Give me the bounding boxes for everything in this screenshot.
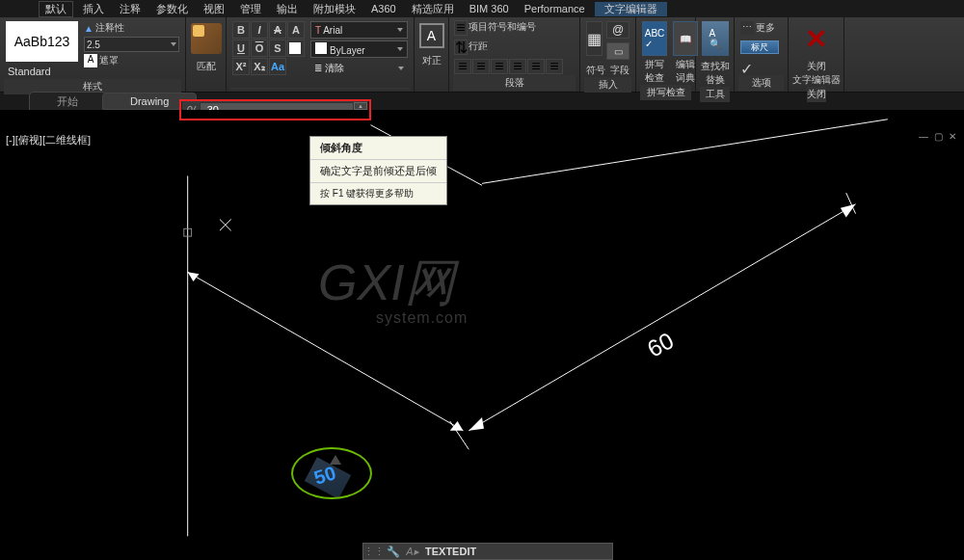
tooltip-title: 倾斜角度 bbox=[310, 137, 446, 160]
panel-paragraph-title: 段落 bbox=[453, 75, 576, 91]
command-line[interactable]: ⋮⋮ 🔧 A▸ TEXTEDIT bbox=[362, 543, 613, 560]
mask-label[interactable]: 遮罩 bbox=[99, 54, 119, 67]
underline-button[interactable]: U bbox=[232, 40, 250, 57]
svg-marker-3 bbox=[450, 421, 464, 431]
italic-button[interactable]: I bbox=[251, 21, 268, 39]
dictionary-button[interactable]: 📖 bbox=[673, 21, 698, 56]
panel-tools-title: 工具 bbox=[700, 87, 730, 102]
svg-line-5 bbox=[469, 204, 855, 431]
menu-output[interactable]: 输出 bbox=[271, 2, 304, 16]
svg-line-10 bbox=[482, 120, 888, 184]
tooltip-help: 按 F1 键获得更多帮助 bbox=[310, 182, 446, 204]
annotative-label: 注释性 bbox=[95, 21, 124, 35]
panel-options-title: 选项 bbox=[738, 75, 784, 91]
align-right-icon[interactable]: ≡ bbox=[491, 59, 508, 74]
menu-performance[interactable]: Performance bbox=[519, 3, 591, 14]
dictionary-label: 编辑 词典 bbox=[676, 58, 695, 85]
align-left-icon[interactable]: ≡ bbox=[454, 59, 471, 74]
find-label: 查找和 替换 bbox=[701, 60, 730, 87]
panel-paragraph: ≡ 项目符号和编号 ⇅ 行距 ≡ ≡ ≡ ≡ ≡ ≡ 段落 bbox=[449, 17, 580, 92]
command-text: TEXTEDIT bbox=[425, 546, 476, 557]
clear-label: 清除 bbox=[325, 63, 344, 73]
linespacing-label[interactable]: 行距 bbox=[469, 40, 488, 55]
menu-featured[interactable]: 精选应用 bbox=[406, 2, 460, 16]
panel-insert: ▦ @ ▭ 符号 字段 插入 bbox=[580, 17, 636, 92]
svg-line-1 bbox=[188, 272, 464, 430]
menubar: 默认 插入 注释 参数化 视图 管理 输出 附加模块 A360 精选应用 BIM… bbox=[0, 0, 964, 17]
superscript-button[interactable]: X² bbox=[232, 58, 250, 75]
viewport[interactable]: [-][俯视][二维线框] — ▢ ✕ GXI网 system.com bbox=[0, 110, 964, 550]
cmd-wrench-icon[interactable]: 🔧 bbox=[387, 545, 400, 558]
font-name: Arial bbox=[323, 25, 342, 36]
menu-a360[interactable]: A360 bbox=[365, 3, 402, 14]
panel-format-title bbox=[230, 88, 410, 90]
svg-marker-7 bbox=[841, 204, 856, 218]
spellcheck-button[interactable]: ABC✓ bbox=[642, 21, 667, 56]
color-name: ByLayer bbox=[330, 45, 365, 56]
ruler-button[interactable]: 标尺 bbox=[740, 40, 779, 54]
column-button[interactable]: ▦ bbox=[586, 21, 602, 56]
symbol-button[interactable]: @ bbox=[606, 21, 629, 39]
field-label: 字段 bbox=[610, 64, 629, 77]
align-dist-icon[interactable]: ≡ bbox=[527, 59, 545, 74]
panel-style: AaBb123 Standard ▲ 注释性 2.5 A 遮罩 样式 bbox=[0, 17, 186, 92]
match-format-icon[interactable] bbox=[191, 23, 222, 54]
tooltip: 倾斜角度 确定文字是前倾还是后倾 按 F1 键获得更多帮助 bbox=[309, 136, 447, 205]
style-name[interactable]: Standard bbox=[4, 64, 80, 79]
cmd-grip-icon[interactable]: ⋮⋮ bbox=[367, 545, 381, 558]
menu-manage[interactable]: 管理 bbox=[234, 2, 267, 16]
svg-marker-6 bbox=[469, 417, 484, 431]
menu-parametric[interactable]: 参数化 bbox=[150, 2, 194, 16]
menu-insert[interactable]: 插入 bbox=[77, 2, 110, 16]
more-label[interactable]: 更多 bbox=[756, 21, 775, 35]
changecase-button[interactable]: Aa bbox=[269, 58, 286, 75]
align-label: 对正 bbox=[422, 54, 442, 67]
menu-addins[interactable]: 附加模块 bbox=[308, 2, 362, 16]
menu-texteditor[interactable]: 文字编辑器 bbox=[595, 2, 667, 16]
align-center-icon[interactable]: ≡ bbox=[472, 59, 490, 74]
svg-marker-2 bbox=[188, 272, 200, 281]
font-button[interactable]: A bbox=[287, 21, 305, 39]
justify-icon[interactable]: A bbox=[419, 23, 444, 48]
mask-icon: A bbox=[84, 54, 97, 67]
field-button[interactable]: ▭ bbox=[606, 42, 629, 60]
style-preview[interactable]: AaBb123 bbox=[6, 21, 78, 62]
menu-annotate[interactable]: 注释 bbox=[114, 2, 147, 16]
oblique-up[interactable]: ▲ bbox=[354, 102, 367, 110]
color-swatch-button[interactable] bbox=[287, 40, 305, 57]
clear-dropdown[interactable]: ≣ 清除 bbox=[310, 60, 408, 77]
menu-view[interactable]: 视图 bbox=[198, 2, 230, 16]
color-dropdown[interactable]: ByLayer bbox=[310, 40, 408, 58]
subscript-button[interactable]: X₂ bbox=[251, 58, 268, 75]
panel-insert-title: 插入 bbox=[584, 77, 631, 93]
cmd-prompt-icon: A▸ bbox=[406, 545, 419, 558]
annotative-icon: ▲ bbox=[84, 23, 94, 34]
options-icon[interactable]: ✓ bbox=[740, 60, 754, 73]
tab-start[interactable]: 开始 bbox=[29, 92, 106, 112]
overline-button[interactable]: O bbox=[251, 40, 268, 57]
bullets-icon[interactable]: ≡ bbox=[454, 20, 468, 36]
find-replace-icon[interactable]: A🔍 bbox=[702, 21, 729, 56]
match-label: 匹配 bbox=[197, 60, 216, 73]
align-last-icon[interactable]: ≡ bbox=[546, 59, 563, 74]
bold-button[interactable]: B bbox=[232, 21, 250, 39]
stack-button[interactable]: S bbox=[269, 40, 286, 57]
more-icon[interactable]: ⋯ bbox=[740, 21, 754, 35]
panel-spellcheck: ABC✓ 拼写 检查 📖 编辑 词典 拼写检查 bbox=[636, 17, 696, 92]
panel-match: 匹配 bbox=[186, 17, 227, 92]
font-dropdown[interactable]: T Arial bbox=[310, 21, 408, 39]
tooltip-desc: 确定文字是前倾还是后倾 bbox=[310, 160, 446, 182]
panel-close-title: 关闭 bbox=[807, 87, 826, 102]
bullets-label[interactable]: 项目符号和编号 bbox=[469, 20, 536, 36]
close-editor-button[interactable]: ✕ bbox=[801, 23, 832, 54]
drawing-canvas bbox=[0, 110, 964, 550]
strikethrough-button[interactable]: A bbox=[269, 21, 286, 39]
menu-bim360[interactable]: BIM 360 bbox=[464, 3, 515, 14]
panel-align: A 对正 bbox=[415, 17, 449, 92]
panel-options: ⋯ 更多 标尺 ✓ 选项 bbox=[735, 17, 789, 92]
linespacing-icon[interactable]: ⇅ bbox=[454, 40, 468, 55]
align-justify-icon[interactable]: ≡ bbox=[509, 59, 526, 74]
symbol-label: 符号 bbox=[586, 64, 605, 77]
menu-default[interactable]: 默认 bbox=[39, 1, 73, 17]
text-height-dropdown[interactable]: 2.5 bbox=[84, 37, 179, 52]
